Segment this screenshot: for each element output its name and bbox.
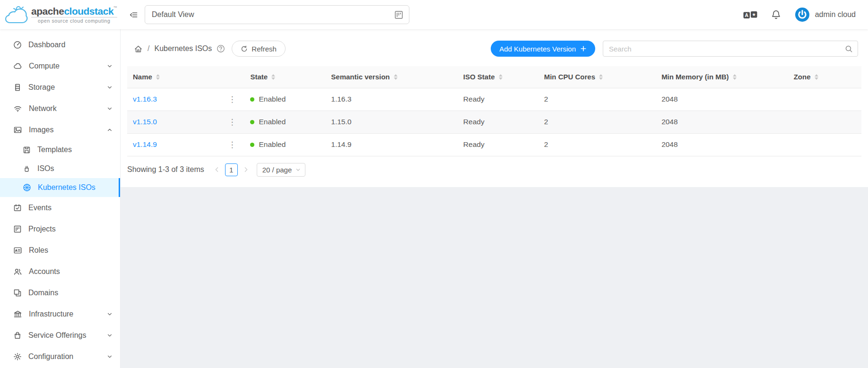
sidebar-item-label: Templates — [37, 145, 113, 154]
sidebar-item-label: Kubernetes ISOs — [38, 183, 113, 192]
sidebar-item-label: Accounts — [29, 267, 113, 276]
column-header-name[interactable]: Name — [127, 66, 244, 88]
chevron-down-icon — [107, 311, 113, 317]
zone-value — [788, 88, 861, 111]
previous-page-icon[interactable] — [211, 166, 223, 173]
chevron-down-icon — [107, 106, 113, 111]
chevron-down-icon — [107, 85, 113, 90]
column-header-min-cpu-cores[interactable]: Min CPU Cores — [538, 66, 656, 88]
sidebar-item-domains[interactable]: Domains — [0, 282, 120, 303]
sidebar-item-storage[interactable]: Storage — [0, 77, 120, 98]
configuration-gear-icon — [13, 352, 22, 361]
project-view-icon — [394, 10, 403, 19]
column-header-iso-state[interactable]: ISO State — [458, 66, 538, 88]
min-cpu-cores-value: 2 — [538, 111, 656, 133]
view-selector[interactable]: Default View — [145, 5, 409, 24]
row-actions-menu-icon[interactable]: ⋮ — [225, 95, 239, 103]
search-input[interactable] — [609, 45, 845, 53]
column-header-zone[interactable]: Zone — [788, 66, 861, 88]
svg-text:★: ★ — [752, 12, 755, 17]
next-page-icon[interactable] — [240, 166, 252, 173]
sidebar-item-dashboard[interactable]: Dashboard — [0, 34, 120, 55]
state-value: Enabled — [259, 140, 286, 149]
enabled-status-dot — [250, 120, 254, 124]
sort-carets-icon — [394, 74, 398, 80]
compute-cloud-icon — [13, 62, 22, 70]
sidebar-item-label: Infrastructure — [29, 310, 107, 318]
breadcrumb: / Kubernetes ISOs — [134, 41, 286, 57]
reload-icon — [241, 45, 248, 52]
translate-icon[interactable]: A ★ — [743, 11, 758, 19]
sidebar-item-service-offerings[interactable]: Service Offerings — [0, 325, 120, 346]
sidebar-item-kubernetes-isos[interactable]: Kubernetes ISOs — [0, 178, 120, 197]
row-name-link[interactable]: v1.14.9 — [133, 140, 157, 149]
top-bar: apachecloudstack™ open source cloud comp… — [0, 0, 868, 29]
chevron-down-icon — [295, 167, 301, 172]
sort-carets-icon — [599, 74, 603, 80]
add-kubernetes-version-button[interactable]: Add Kubernetes Version — [491, 41, 595, 57]
sidebar-item-label: Roles — [29, 246, 113, 255]
sidebar-item-images[interactable]: Images — [0, 119, 120, 140]
page-number-button[interactable]: 1 — [225, 163, 238, 176]
sidebar-item-isos[interactable]: ISOs — [0, 159, 120, 178]
storage-icon — [13, 83, 22, 92]
sidebar-item-label: Compute — [29, 62, 107, 70]
accounts-team-icon — [13, 267, 22, 276]
sidebar-item-network[interactable]: Network — [0, 98, 120, 119]
sidebar-item-templates[interactable]: Templates — [0, 140, 120, 159]
state-value: Enabled — [259, 118, 286, 126]
logo-tagline: open source cloud computing — [31, 17, 117, 24]
column-header-semantic-version[interactable]: Semantic version — [325, 66, 458, 88]
refresh-button[interactable]: Refresh — [232, 41, 286, 57]
user-name: admin cloud — [815, 10, 856, 19]
sidebar-item-label: Configuration — [28, 352, 107, 361]
search-box — [603, 41, 858, 57]
sidebar-item-label: Dashboard — [28, 41, 113, 49]
question-circle-icon[interactable] — [217, 44, 225, 53]
svg-text:A: A — [745, 12, 748, 17]
row-name-link[interactable]: v1.15.0 — [133, 118, 157, 126]
pagination-summary: Showing 1-3 of 3 items — [127, 165, 204, 174]
sidebar-item-infrastructure[interactable]: Infrastructure — [0, 303, 120, 325]
network-wifi-icon — [13, 104, 22, 113]
bell-icon[interactable] — [771, 9, 781, 20]
column-header-state[interactable]: State — [244, 66, 325, 88]
domains-block-icon — [13, 289, 22, 297]
sidebar-item-accounts[interactable]: Accounts — [0, 261, 120, 282]
min-cpu-cores-value: 2 — [538, 133, 656, 156]
column-header-min-memory-in-mb[interactable]: Min Memory (in MB) — [656, 66, 788, 88]
sidebar-item-configuration[interactable]: Configuration — [0, 346, 120, 367]
breadcrumb-separator: / — [148, 44, 149, 53]
table-row: v1.15.0⋮Enabled1.15.0Ready22048 — [127, 111, 861, 133]
sidebar-item-roles[interactable]: Roles — [0, 240, 120, 261]
home-icon[interactable] — [134, 44, 143, 53]
semantic-version-value: 1.14.9 — [325, 133, 458, 156]
events-calendar-icon — [13, 204, 22, 212]
sidebar: DashboardComputeStorageNetworkImagesTemp… — [0, 29, 121, 368]
table-row: v1.16.3⋮Enabled1.16.3Ready22048 — [127, 88, 861, 111]
row-name-link[interactable]: v1.16.3 — [133, 95, 157, 103]
enabled-status-dot — [250, 97, 254, 102]
iso-state-value: Ready — [458, 133, 538, 156]
sidebar-item-label: Projects — [28, 225, 113, 233]
iso-usb-icon — [23, 165, 31, 173]
service-offerings-bag-icon — [13, 331, 22, 340]
sidebar-item-label: Events — [28, 204, 113, 212]
page-size-select[interactable]: 20 / page — [257, 163, 306, 177]
menu-fold-icon[interactable] — [129, 11, 138, 19]
zone-value — [788, 133, 861, 156]
pagination: Showing 1-3 of 3 items 1 20 / page — [127, 163, 861, 177]
user-avatar-icon — [795, 8, 809, 22]
row-actions-menu-icon[interactable]: ⋮ — [225, 141, 239, 149]
sidebar-item-label: Network — [29, 104, 107, 113]
roles-idcard-icon — [13, 246, 22, 255]
search-icon[interactable] — [845, 45, 853, 53]
projects-icon — [13, 225, 22, 233]
sidebar-item-compute[interactable]: Compute — [0, 55, 120, 77]
row-actions-menu-icon[interactable]: ⋮ — [225, 118, 239, 126]
sidebar-item-projects[interactable]: Projects — [0, 218, 120, 240]
user-menu[interactable]: admin cloud — [795, 8, 856, 22]
sidebar-item-events[interactable]: Events — [0, 197, 120, 218]
zone-value — [788, 111, 861, 133]
min-memory-value: 2048 — [656, 111, 788, 133]
